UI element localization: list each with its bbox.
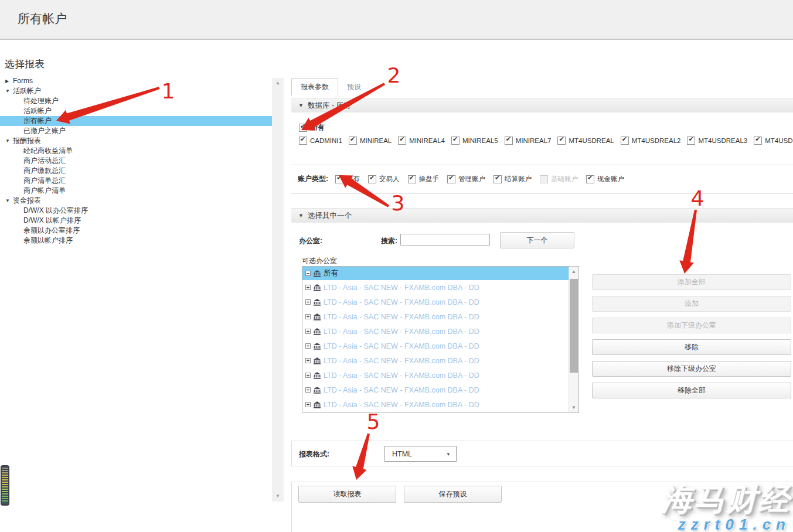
load-report-button[interactable]: 读取报表 [298,486,396,503]
database-checkbox[interactable] [398,137,406,145]
database-checkbox[interactable] [557,137,566,145]
divider [291,193,793,194]
scroll-up-icon[interactable]: ▲ [272,78,284,88]
office-building-icon [314,299,321,306]
database-checkbox[interactable] [621,137,629,145]
window-header: 所有帐户 [0,0,793,40]
tree-item[interactable]: 经纪商收益清单 [0,146,273,156]
database-checkbox[interactable] [505,137,513,145]
database-checkbox[interactable] [349,137,357,145]
account-type-label: 账户类型: [298,174,328,184]
tree-item[interactable]: 商户清单总汇 [0,176,273,186]
database-item: MINIREAL7 [505,137,552,145]
database-item: MINIREAL4 [398,137,445,145]
expand-plus-icon[interactable] [305,314,311,319]
collapse-minus-icon[interactable] [305,271,311,276]
tree-item[interactable]: D/W/X 以帐户排序 [0,216,273,226]
tree-item[interactable]: 余额以办公室排序 [0,226,273,236]
office-list: 所有LTD - Asia - SAC NEW - FXAMB.com DBA -… [302,266,579,413]
office-list-item[interactable]: LTD - Asia - SAC NEW - FXAMB.com DBA - D… [302,309,571,324]
account-type-row: 账户类型: 所有交易人操盘手管理账户结算账户基础账户现金账户 [298,174,624,184]
office-list-item[interactable]: LTD - Asia - SAC NEW - FXAMB.com DBA - D… [302,280,571,295]
expand-plus-icon[interactable] [305,329,311,334]
office-list-item[interactable]: LTD - Asia - SAC NEW - FXAMB.com DBA - D… [302,295,571,309]
office-list-item[interactable]: LTD - Asia - SAC NEW - FXAMB.com DBA - D… [302,383,571,397]
office-list-item[interactable]: LTD - Asia - SAC NEW - FXAMB.com DBA - D… [302,324,571,339]
tree-item-label: 所有帐户 [23,117,52,125]
database-item: MT4USDREAL2 [621,137,681,145]
tree-item[interactable]: D/W/X 以办公室排序 [0,206,273,216]
database-checkbox[interactable] [299,137,307,145]
next-button[interactable]: 下一个 [500,232,574,248]
scrollbar-thumb[interactable] [570,279,578,373]
expand-plus-icon[interactable] [305,358,311,363]
annotation-number-5: 5 [367,411,380,432]
triangle-right-icon[interactable]: ▶ [5,76,9,86]
tree-item[interactable]: ▼活跃帐户 [0,86,273,96]
save-preset-button[interactable]: 保存预设 [404,486,502,503]
choose-one-section-header[interactable]: ▼选择其中一个 [291,208,793,223]
report-format-select[interactable]: HTML ▼ [384,446,457,462]
account-type-checkbox[interactable] [408,175,416,183]
tree-item[interactable]: ▼报酬报表 [0,136,273,146]
expand-plus-icon[interactable] [305,373,311,378]
account-type-checkbox[interactable] [447,175,455,183]
search-input[interactable] [400,234,490,245]
office-list-item[interactable]: LTD - Asia - SAC NEW - FXAMB.com DBA - D… [302,368,571,383]
office-list-item[interactable]: LTD - Asia - SAC NEW - FXAMB.com DBA - D… [302,339,571,353]
database-label: MT4USDREAL4 [765,137,793,144]
scroll-up-icon[interactable]: ▲ [569,267,578,277]
tree-item[interactable]: ▼资金报表 [0,196,273,206]
triangle-down-icon[interactable]: ▼ [5,196,10,206]
account-type-label: 所有 [346,175,360,183]
office-list-item[interactable]: LTD - Asia - SAC NEW - FXAMB.com DBA - D… [302,353,571,368]
tree-item-label: 经纪商收益清单 [23,146,73,155]
page: 所有帐户 选择报表 ▶Forms▼活跃帐户待处理账户活跃帐户所有帐户已撤户之账户… [0,0,793,532]
tree-item[interactable]: 商户缴款总汇 [0,166,273,176]
divider [291,165,793,165]
database-checkbox[interactable] [451,137,460,145]
tree-item[interactable]: 活跃帐户 [0,106,273,116]
account-type-checkbox[interactable] [586,175,594,183]
expand-plus-icon[interactable] [305,402,311,407]
office-item-label: LTD - Asia - SAC NEW - FXAMB.com DBA - D… [324,328,479,336]
account-type-checkbox [540,175,548,183]
tree-item[interactable]: 待处理账户 [0,96,273,106]
account-type-checkbox[interactable] [335,175,343,183]
triangle-down-icon[interactable]: ▼ [5,136,10,146]
tree-item-label: 商户帐户清单 [23,186,66,195]
account-type-label: 交易人 [379,175,400,183]
tab-presets[interactable]: 预设 [338,79,370,96]
office-list-scrollbar[interactable]: ▲ ▼ [569,267,578,412]
tree-item[interactable]: 商户活动总汇 [0,156,273,166]
office-list-item[interactable]: 所有 [302,267,571,280]
all-databases-checkbox[interactable] [299,124,307,132]
account-type-checkbox[interactable] [494,175,502,183]
tree-item[interactable]: 余额以帐户排序 [0,236,273,245]
tree-item[interactable]: 已撤户之账户 [0,126,273,136]
database-label: MINIREAL [360,137,392,144]
tab-report-parameters[interactable]: 报表参数 [291,78,338,96]
account-type-label: 现金账户 [597,175,624,183]
database-checkbox[interactable] [687,137,695,145]
remove-button[interactable]: 移除 [592,339,791,355]
page-scrollbar[interactable]: ▲ ▼ [272,78,284,502]
tree-item[interactable]: ▶Forms [0,76,273,86]
account-type-checkbox[interactable] [368,175,376,183]
expand-plus-icon[interactable] [305,343,311,349]
database-section-header[interactable]: ▼数据库 - 所有 [291,98,793,112]
remove-sub-offices-button[interactable]: 移除下级办公室 [592,361,791,377]
tree-item[interactable]: 所有帐户 [0,116,273,126]
remove-all-button[interactable]: 移除全部 [592,383,791,398]
scroll-down-icon[interactable]: ▼ [569,403,578,412]
office-building-icon [314,313,321,320]
triangle-down-icon[interactable]: ▼ [5,86,10,96]
scroll-down-icon[interactable]: ▼ [272,491,284,502]
expand-plus-icon[interactable] [305,299,311,305]
database-checkbox[interactable] [754,137,762,145]
expand-plus-icon[interactable] [305,387,311,393]
office-item-label: LTD - Asia - SAC NEW - FXAMB.com DBA - D… [324,386,479,394]
expand-plus-icon[interactable] [305,285,311,290]
office-list-item[interactable]: LTD - Asia - SAC NEW - FXAMB.com DBA - D… [302,397,571,412]
tree-item[interactable]: 商户帐户清单 [0,186,273,196]
